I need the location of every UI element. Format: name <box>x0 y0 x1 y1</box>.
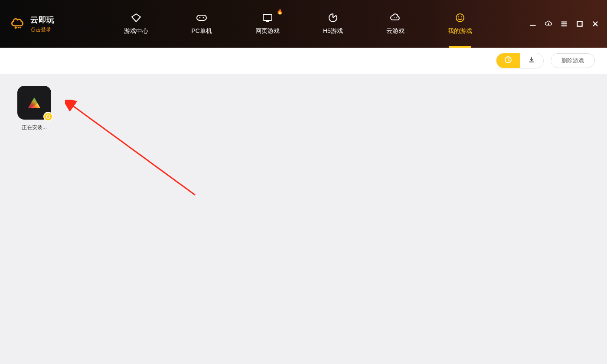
tab-web-games[interactable]: 🔥 网页游戏 <box>247 0 288 48</box>
smiley-icon <box>454 13 466 23</box>
window-controls <box>529 20 599 28</box>
tab-game-center[interactable]: 游戏中心 <box>115 0 157 48</box>
logo-area[interactable]: 云即玩 点击登录 <box>0 15 55 33</box>
svg-rect-3 <box>263 14 272 20</box>
hot-badge-icon: 🔥 <box>277 9 283 15</box>
toggle-recent[interactable] <box>496 53 520 68</box>
svg-point-8 <box>458 16 459 17</box>
app-logo-icon <box>10 16 25 32</box>
cloud-sync-icon[interactable] <box>545 20 552 28</box>
logo-text: 云即玩 点击登录 <box>30 15 55 33</box>
svg-rect-10 <box>577 21 582 26</box>
cloud-gamepad-icon <box>389 13 401 23</box>
brand-name: 云即玩 <box>30 15 55 25</box>
app-item[interactable]: 正在安装... <box>17 86 51 131</box>
tab-cloud-games[interactable]: 云游戏 <box>378 0 413 48</box>
install-badge-icon <box>43 112 53 121</box>
svg-rect-0 <box>197 15 206 20</box>
svg-point-2 <box>203 17 204 19</box>
toggle-download[interactable] <box>520 53 543 68</box>
delete-games-button[interactable]: 删除游戏 <box>551 53 595 68</box>
svg-point-9 <box>461 16 462 17</box>
view-toggle <box>496 53 544 68</box>
annotation-arrow <box>65 100 204 204</box>
tab-pc-single[interactable]: PC单机 <box>183 0 221 48</box>
tab-label: PC单机 <box>192 27 212 35</box>
svg-point-7 <box>456 14 464 22</box>
tab-label: 网页游戏 <box>255 27 280 35</box>
menu-button[interactable] <box>560 20 568 28</box>
close-button[interactable] <box>591 20 599 28</box>
pacman-icon <box>327 13 339 23</box>
gamepad-icon <box>196 13 208 23</box>
svg-line-13 <box>72 105 195 195</box>
svg-point-1 <box>199 17 201 19</box>
maximize-button[interactable] <box>576 20 584 28</box>
svg-point-4 <box>332 16 333 16</box>
nav-tabs: 游戏中心 PC单机 🔥 网页游戏 H5游戏 云游戏 <box>115 0 481 48</box>
content-area: 正在安装... <box>0 74 607 364</box>
tab-h5-games[interactable]: H5游戏 <box>314 0 352 48</box>
app-icon <box>17 86 51 120</box>
svg-point-6 <box>396 17 397 18</box>
tab-my-games[interactable]: 我的游戏 <box>439 0 481 48</box>
login-prompt[interactable]: 点击登录 <box>30 26 55 33</box>
monitor-icon <box>261 13 274 23</box>
tab-label: 我的游戏 <box>448 27 472 35</box>
download-icon <box>528 56 535 65</box>
minimize-button[interactable] <box>529 20 537 28</box>
tab-label: H5游戏 <box>323 27 343 35</box>
clock-icon <box>504 56 512 65</box>
toolbar: 删除游戏 <box>0 48 607 74</box>
app-label: 正在安装... <box>22 124 47 131</box>
header-bar: 云即玩 点击登录 游戏中心 PC单机 🔥 网页游戏 <box>0 0 607 48</box>
svg-point-5 <box>394 17 395 18</box>
tab-label: 云游戏 <box>386 27 405 35</box>
tab-label: 游戏中心 <box>124 27 148 35</box>
diamond-icon <box>130 13 142 23</box>
